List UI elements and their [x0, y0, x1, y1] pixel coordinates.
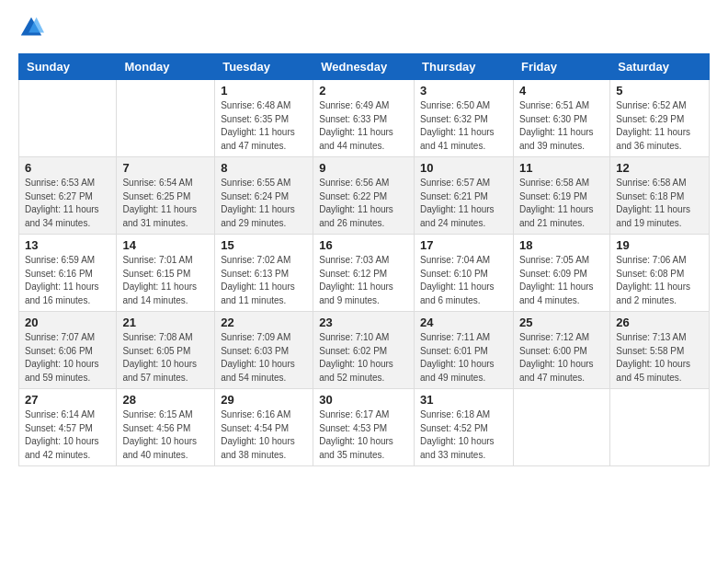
day-number: 21: [122, 316, 209, 329]
week-row-2: 6Sunrise: 6:53 AMSunset: 6:27 PMDaylight…: [19, 157, 710, 235]
day-info: Sunrise: 6:49 AMSunset: 6:33 PMDaylight:…: [319, 99, 408, 153]
calendar-cell: 19Sunrise: 7:06 AMSunset: 6:08 PMDayligh…: [610, 235, 710, 312]
weekday-header-wednesday: Wednesday: [313, 54, 415, 80]
day-info: Sunrise: 6:14 AMSunset: 4:57 PMDaylight:…: [25, 408, 110, 462]
day-number: 8: [221, 161, 307, 175]
calendar-cell: 20Sunrise: 7:07 AMSunset: 6:06 PMDayligh…: [19, 312, 117, 389]
calendar-cell: 10Sunrise: 6:57 AMSunset: 6:21 PMDayligh…: [415, 157, 514, 235]
day-info: Sunrise: 7:13 AMSunset: 5:58 PMDaylight:…: [616, 331, 703, 385]
day-number: 30: [319, 393, 408, 407]
day-info: Sunrise: 6:55 AMSunset: 6:24 PMDaylight:…: [221, 177, 307, 230]
day-info: Sunrise: 7:04 AMSunset: 6:10 PMDaylight:…: [420, 254, 507, 307]
header-row: SundayMondayTuesdayWednesdayThursdayFrid…: [19, 54, 710, 80]
calendar-cell: 18Sunrise: 7:05 AMSunset: 6:09 PMDayligh…: [513, 235, 609, 312]
calendar-cell: 21Sunrise: 7:08 AMSunset: 6:05 PMDayligh…: [117, 312, 215, 389]
weekday-header-monday: Monday: [117, 54, 215, 80]
day-info: Sunrise: 7:08 AMSunset: 6:05 PMDaylight:…: [122, 331, 209, 385]
calendar-cell: 30Sunrise: 6:17 AMSunset: 4:53 PMDayligh…: [313, 389, 415, 466]
day-info: Sunrise: 6:58 AMSunset: 6:18 PMDaylight:…: [616, 177, 703, 230]
calendar-cell: 17Sunrise: 7:04 AMSunset: 6:10 PMDayligh…: [415, 235, 514, 312]
day-info: Sunrise: 6:52 AMSunset: 6:29 PMDaylight:…: [616, 99, 703, 153]
day-number: 22: [221, 316, 307, 329]
day-info: Sunrise: 6:51 AMSunset: 6:30 PMDaylight:…: [519, 99, 604, 153]
day-number: 6: [25, 161, 110, 175]
calendar-cell: 24Sunrise: 7:11 AMSunset: 6:01 PMDayligh…: [415, 312, 514, 389]
day-number: 25: [519, 316, 604, 329]
calendar-cell: 1Sunrise: 6:48 AMSunset: 6:35 PMDaylight…: [215, 80, 313, 157]
calendar-table: SundayMondayTuesdayWednesdayThursdayFrid…: [18, 53, 710, 466]
calendar-cell: 31Sunrise: 6:18 AMSunset: 4:52 PMDayligh…: [415, 389, 514, 466]
calendar-cell: 11Sunrise: 6:58 AMSunset: 6:19 PMDayligh…: [513, 157, 609, 235]
calendar-cell: [19, 80, 117, 157]
week-row-5: 27Sunrise: 6:14 AMSunset: 4:57 PMDayligh…: [19, 389, 710, 466]
day-info: Sunrise: 6:54 AMSunset: 6:25 PMDaylight:…: [122, 177, 209, 230]
calendar-cell: 16Sunrise: 7:03 AMSunset: 6:12 PMDayligh…: [313, 235, 415, 312]
weekday-header-friday: Friday: [513, 54, 609, 80]
weekday-header-saturday: Saturday: [610, 54, 710, 80]
calendar-cell: [610, 389, 710, 466]
calendar-cell: 13Sunrise: 6:59 AMSunset: 6:16 PMDayligh…: [19, 235, 117, 312]
day-info: Sunrise: 6:59 AMSunset: 6:16 PMDaylight:…: [25, 254, 110, 307]
calendar-cell: 6Sunrise: 6:53 AMSunset: 6:27 PMDaylight…: [19, 157, 117, 235]
calendar-cell: 25Sunrise: 7:12 AMSunset: 6:00 PMDayligh…: [513, 312, 609, 389]
day-info: Sunrise: 6:48 AMSunset: 6:35 PMDaylight:…: [221, 99, 307, 153]
day-info: Sunrise: 6:18 AMSunset: 4:52 PMDaylight:…: [420, 408, 507, 462]
page: SundayMondayTuesdayWednesdayThursdayFrid…: [0, 0, 728, 481]
calendar-cell: 29Sunrise: 6:16 AMSunset: 4:54 PMDayligh…: [215, 389, 313, 466]
weekday-header-sunday: Sunday: [19, 54, 117, 80]
day-number: 23: [319, 316, 408, 329]
day-number: 10: [420, 161, 507, 175]
calendar-cell: 3Sunrise: 6:50 AMSunset: 6:32 PMDaylight…: [415, 80, 514, 157]
day-info: Sunrise: 7:01 AMSunset: 6:15 PMDaylight:…: [122, 254, 209, 307]
day-number: 1: [221, 84, 307, 98]
day-info: Sunrise: 7:02 AMSunset: 6:13 PMDaylight:…: [221, 254, 307, 307]
week-row-3: 13Sunrise: 6:59 AMSunset: 6:16 PMDayligh…: [19, 235, 710, 312]
calendar-cell: 27Sunrise: 6:14 AMSunset: 4:57 PMDayligh…: [19, 389, 117, 466]
logo: [18, 15, 48, 40]
day-number: 16: [319, 238, 408, 252]
day-info: Sunrise: 6:57 AMSunset: 6:21 PMDaylight:…: [420, 177, 507, 230]
calendar-cell: 5Sunrise: 6:52 AMSunset: 6:29 PMDaylight…: [610, 80, 710, 157]
calendar-cell: 23Sunrise: 7:10 AMSunset: 6:02 PMDayligh…: [313, 312, 415, 389]
day-number: 11: [519, 161, 604, 175]
calendar-cell: 28Sunrise: 6:15 AMSunset: 4:56 PMDayligh…: [117, 389, 215, 466]
day-info: Sunrise: 6:56 AMSunset: 6:22 PMDaylight:…: [319, 177, 408, 230]
calendar-cell: 15Sunrise: 7:02 AMSunset: 6:13 PMDayligh…: [215, 235, 313, 312]
day-number: 9: [319, 161, 408, 175]
day-number: 15: [221, 238, 307, 252]
day-number: 3: [420, 84, 507, 98]
day-info: Sunrise: 7:07 AMSunset: 6:06 PMDaylight:…: [25, 331, 110, 385]
day-number: 18: [519, 238, 604, 252]
calendar-cell: 8Sunrise: 6:55 AMSunset: 6:24 PMDaylight…: [215, 157, 313, 235]
day-info: Sunrise: 7:06 AMSunset: 6:08 PMDaylight:…: [616, 254, 703, 307]
week-row-4: 20Sunrise: 7:07 AMSunset: 6:06 PMDayligh…: [19, 312, 710, 389]
weekday-header-thursday: Thursday: [415, 54, 514, 80]
week-row-1: 1Sunrise: 6:48 AMSunset: 6:35 PMDaylight…: [19, 80, 710, 157]
calendar-cell: [513, 389, 609, 466]
day-info: Sunrise: 7:09 AMSunset: 6:03 PMDaylight:…: [221, 331, 307, 385]
day-number: 14: [122, 238, 209, 252]
day-info: Sunrise: 6:53 AMSunset: 6:27 PMDaylight:…: [25, 177, 110, 230]
day-info: Sunrise: 6:15 AMSunset: 4:56 PMDaylight:…: [122, 408, 209, 462]
day-number: 13: [25, 238, 110, 252]
day-info: Sunrise: 6:58 AMSunset: 6:19 PMDaylight:…: [519, 177, 604, 230]
calendar-cell: 12Sunrise: 6:58 AMSunset: 6:18 PMDayligh…: [610, 157, 710, 235]
day-number: 20: [25, 316, 110, 329]
header: [18, 15, 710, 40]
day-info: Sunrise: 7:05 AMSunset: 6:09 PMDaylight:…: [519, 254, 604, 307]
day-info: Sunrise: 6:50 AMSunset: 6:32 PMDaylight:…: [420, 99, 507, 153]
day-info: Sunrise: 7:12 AMSunset: 6:00 PMDaylight:…: [519, 331, 604, 385]
calendar-cell: 14Sunrise: 7:01 AMSunset: 6:15 PMDayligh…: [117, 235, 215, 312]
logo-icon: [18, 15, 44, 40]
day-info: Sunrise: 7:11 AMSunset: 6:01 PMDaylight:…: [420, 331, 507, 385]
weekday-header-tuesday: Tuesday: [215, 54, 313, 80]
day-number: 28: [122, 393, 209, 407]
day-number: 2: [319, 84, 408, 98]
day-info: Sunrise: 6:17 AMSunset: 4:53 PMDaylight:…: [319, 408, 408, 462]
calendar-cell: 9Sunrise: 6:56 AMSunset: 6:22 PMDaylight…: [313, 157, 415, 235]
calendar-cell: 4Sunrise: 6:51 AMSunset: 6:30 PMDaylight…: [513, 80, 609, 157]
day-number: 12: [616, 161, 703, 175]
calendar-cell: 22Sunrise: 7:09 AMSunset: 6:03 PMDayligh…: [215, 312, 313, 389]
day-number: 24: [420, 316, 507, 329]
day-number: 7: [122, 161, 209, 175]
